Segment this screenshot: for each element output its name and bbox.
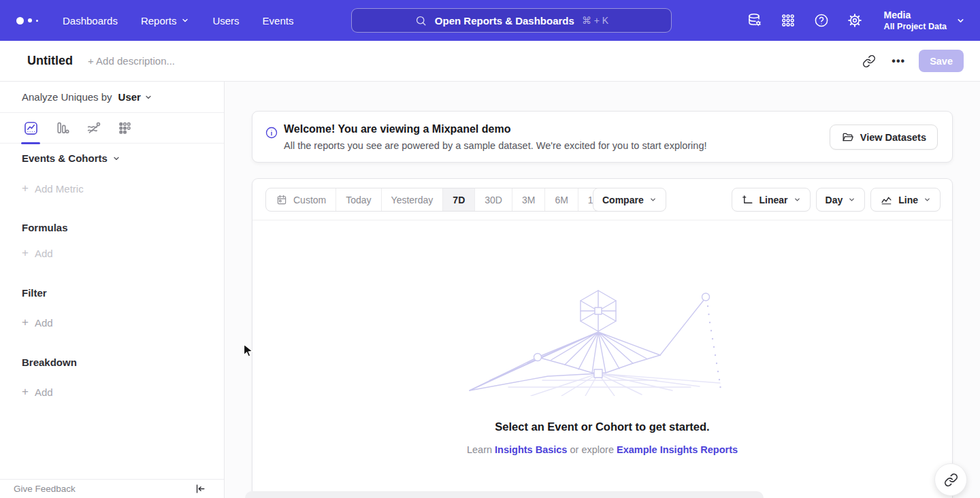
chart-type-dropdown[interactable]: Line: [870, 188, 941, 212]
add-breakdown-label: Add: [35, 386, 53, 398]
range-custom[interactable]: Custom: [266, 188, 336, 211]
global-search[interactable]: Open Reports & Dashboards ⌘ + K: [351, 8, 672, 33]
chevron-down-icon: [848, 196, 855, 203]
empty-state: Select an Event or Cohort to get started…: [252, 220, 952, 455]
nav-dashboards[interactable]: Dashboards: [63, 15, 118, 27]
logo-dot-icon: [28, 18, 32, 22]
add-formula-button[interactable]: + Add: [22, 246, 53, 260]
range-yesterday[interactable]: Yesterday: [381, 188, 443, 211]
tab-metric-dots[interactable]: [116, 119, 133, 137]
range-label: 3M: [522, 195, 535, 205]
plus-icon: +: [22, 385, 29, 399]
granularity-dropdown[interactable]: Day: [816, 188, 866, 212]
range-today[interactable]: Today: [336, 188, 380, 211]
formulas-label: Formulas: [22, 222, 68, 233]
sidebar-footer: Give Feedback: [0, 479, 224, 498]
nav-users[interactable]: Users: [212, 15, 239, 27]
copy-link-icon[interactable]: [860, 52, 878, 70]
logo-dot-icon: [16, 17, 24, 24]
tab-line-insights[interactable]: [22, 119, 39, 137]
formulas-header: Formulas: [22, 222, 68, 233]
range-label: 30D: [485, 195, 502, 205]
chevron-down-icon: [649, 196, 657, 203]
logo-dot-icon: [36, 20, 38, 22]
report-description-placeholder[interactable]: + Add description...: [88, 55, 175, 67]
range-label: 7D: [453, 195, 465, 205]
nav-label: Users: [212, 15, 239, 27]
banner-title: Welcome! You are viewing a Mixpanel demo: [284, 123, 510, 135]
line-chart-icon: [880, 193, 893, 206]
filter-label: Filter: [22, 287, 47, 299]
banner-subtitle: All the reports you see are powered by a…: [284, 140, 707, 151]
mixpanel-insights-screen: Dashboards Reports Users Events Open Rep…: [0, 0, 980, 498]
top-nav: Dashboards Reports Users Events Open Rep…: [0, 0, 980, 41]
nav-label: Events: [263, 15, 294, 27]
chevron-down-icon: [794, 196, 801, 203]
analyze-label: Analyze Uniques by: [22, 91, 112, 103]
mixpanel-logo[interactable]: [16, 17, 38, 24]
compare-dropdown[interactable]: Compare: [593, 188, 666, 212]
chart-display-controls: Linear Day Line: [732, 188, 941, 212]
project-scope: All Project Data: [884, 21, 947, 32]
search-icon: [414, 14, 427, 27]
scale-label: Linear: [760, 195, 788, 205]
plus-icon: +: [22, 182, 29, 195]
chain-link-icon: [944, 473, 958, 487]
project-switcher[interactable]: Media All Project Data: [884, 10, 965, 32]
primary-nav: Dashboards Reports Users Events: [63, 15, 293, 27]
analyze-entity-dropdown[interactable]: User: [118, 91, 152, 103]
add-breakdown-button[interactable]: + Add: [22, 385, 53, 399]
save-button[interactable]: Save: [919, 50, 964, 72]
add-filter-button[interactable]: + Add: [22, 316, 53, 329]
help-icon[interactable]: [813, 12, 830, 29]
chart-type-tabs: [0, 113, 224, 144]
share-link-fab[interactable]: [934, 463, 967, 496]
search-shortcut: ⌘ + K: [582, 15, 608, 26]
compare-label: Compare: [602, 195, 644, 205]
selected-tab-underline: [21, 142, 40, 145]
plus-icon: +: [22, 316, 29, 329]
add-metric-label: Add Metric: [35, 183, 84, 195]
chevron-down-icon: [924, 196, 931, 203]
scale-dropdown[interactable]: Linear: [732, 188, 811, 212]
empty-state-links: Learn Insights Basics or explore Example…: [252, 444, 952, 455]
range-30d[interactable]: 30D: [474, 188, 512, 211]
breakdown-header: Breakdown: [22, 356, 77, 368]
add-metric-button[interactable]: + Add Metric: [22, 182, 84, 195]
view-datasets-button[interactable]: View Datasets: [830, 124, 938, 150]
filter-header: Filter: [22, 287, 47, 299]
search-label: Open Reports & Dashboards: [435, 15, 574, 27]
view-datasets-label: View Datasets: [860, 132, 926, 143]
report-title[interactable]: Untitled: [27, 54, 73, 68]
analyze-entity-value: User: [118, 91, 141, 103]
empty-state-title: Select an Event or Cohort to get started…: [252, 420, 952, 433]
nav-reports[interactable]: Reports: [141, 15, 190, 27]
tab-flow-sankey[interactable]: [84, 119, 102, 137]
events-cohorts-header[interactable]: Events & Cohorts: [22, 152, 120, 164]
nav-events[interactable]: Events: [263, 15, 294, 27]
insights-chart-card: Custom Today Yesterday 7D 30D 3M 6M 12M …: [252, 178, 953, 498]
apps-grid-icon[interactable]: [780, 12, 796, 29]
main-content: Welcome! You are viewing a Mixpanel demo…: [225, 82, 980, 498]
title-bar-actions: ••• Save: [860, 50, 964, 72]
welcome-banner: Welcome! You are viewing a Mixpanel demo…: [252, 111, 953, 163]
plus-icon: +: [22, 246, 29, 260]
range-6m[interactable]: 6M: [544, 188, 577, 211]
query-builder-sidebar: Analyze Uniques by User Events & Cohorts…: [0, 82, 225, 498]
give-feedback-link[interactable]: Give Feedback: [14, 484, 76, 494]
data-management-icon[interactable]: [747, 12, 763, 29]
insights-basics-link[interactable]: Insights Basics: [495, 444, 567, 455]
next-section-peek: [245, 491, 764, 498]
add-formula-label: Add: [35, 248, 53, 259]
nav-label: Reports: [141, 15, 177, 27]
analyze-uniques-row: Analyze Uniques by User: [0, 82, 224, 113]
range-7d-selected[interactable]: 7D: [442, 188, 474, 211]
range-3m[interactable]: 3M: [512, 188, 544, 211]
range-label: 6M: [555, 195, 568, 205]
collapse-sidebar-icon[interactable]: [193, 482, 206, 496]
settings-gear-icon[interactable]: [847, 12, 863, 29]
example-reports-link[interactable]: Example Insights Reports: [617, 444, 738, 455]
tab-bar-chart[interactable]: [53, 119, 71, 137]
more-options-icon[interactable]: •••: [892, 55, 905, 67]
range-label: Custom: [293, 195, 326, 205]
